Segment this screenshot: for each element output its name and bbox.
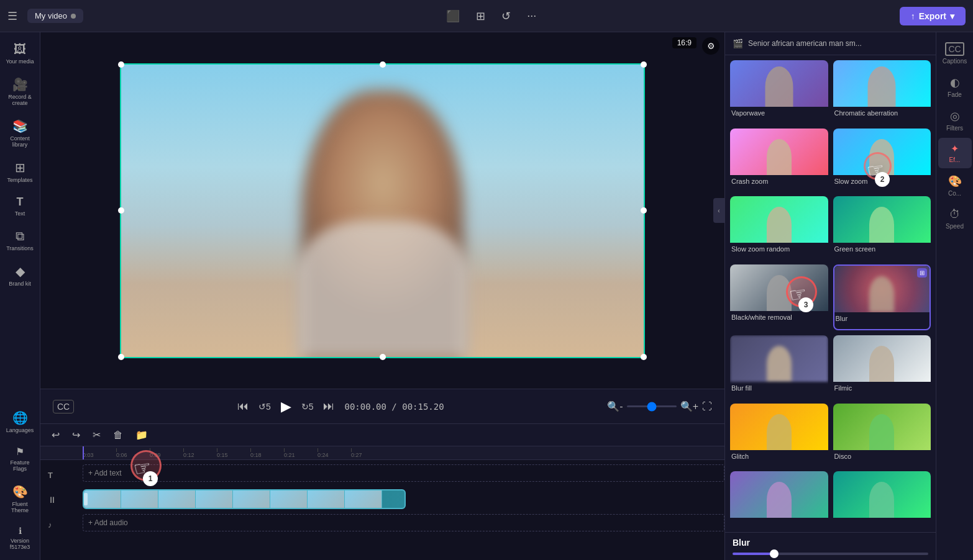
sidebar-item-templates[interactable]: ⊞ Templates (2, 155, 38, 188)
person-silhouette (765, 66, 793, 107)
glitch-thumb (730, 404, 828, 450)
skip-back-button[interactable]: ⏮ (237, 400, 249, 413)
project-title[interactable]: My video (27, 9, 83, 23)
panel-collapse-button[interactable]: ‹ (713, 198, 724, 223)
effect-glitch[interactable]: Glitch (730, 404, 828, 467)
handle-bottom-left[interactable] (118, 354, 124, 360)
handle-top-left[interactable] (118, 61, 124, 68)
filmic-label: Filmic (833, 382, 931, 394)
video-track-content[interactable] (83, 489, 724, 510)
ruler-mark: 0:15 (217, 448, 250, 458)
strip-captions[interactable]: CC Captions (938, 37, 972, 70)
handle-top[interactable] (380, 61, 386, 68)
effect-crash-zoom[interactable]: Crash zoom (730, 129, 828, 192)
sidebar-item-features[interactable]: ⚑ Feature Flags (2, 441, 38, 477)
sidebar-label-media: Your media (6, 58, 34, 65)
captions-toggle[interactable]: CC (53, 400, 74, 413)
effect-slow-zoom[interactable]: Slow zoom (833, 129, 931, 192)
time-display: 00:00.00 / 00:15.20 (344, 402, 444, 412)
back5-button[interactable]: ↺5 (258, 402, 271, 412)
more-tools[interactable]: ··· (522, 7, 541, 25)
handle-top-right[interactable] (641, 61, 647, 68)
redo-button[interactable]: ↪ (68, 428, 84, 442)
sidebar-label-templates: Templates (7, 177, 32, 183)
person-silhouette (767, 414, 792, 450)
strip-speed[interactable]: ⏱ Speed (938, 203, 972, 235)
export-icon: ↑ (911, 11, 915, 21)
clip-handle-right[interactable] (84, 493, 88, 505)
video-icon: 🎬 (733, 38, 743, 48)
sidebar-item-text[interactable]: T Text (2, 191, 38, 222)
export-button[interactable]: ↑ Export ▾ (900, 7, 966, 25)
zoom-out-button[interactable]: 🔍- (607, 400, 623, 412)
sidebar-item-languages[interactable]: 🌐 Languages (2, 405, 38, 438)
handle-right[interactable] (641, 207, 647, 214)
captions-strip-label: Captions (943, 58, 967, 65)
sidebar-item-transitions[interactable]: ⧉ Transitions (2, 224, 38, 256)
strip-color[interactable]: 🎨 Co... (938, 169, 972, 202)
slow-zoom-thumb (833, 129, 931, 175)
effect-vaporwave[interactable]: Vaporwave (730, 60, 828, 124)
undo-tool[interactable]: ↺ (496, 7, 516, 25)
forward5-button[interactable]: ↻5 (301, 402, 314, 412)
add-audio-button[interactable]: + Add audio (83, 514, 724, 531)
features-icon: ⚑ (16, 446, 24, 458)
panel-title: Senior african american man sm... (748, 39, 928, 48)
effect-chromatic[interactable]: Chromatic aberration (833, 60, 931, 124)
person-silhouette (869, 414, 894, 450)
languages-icon: 🌐 (12, 410, 28, 425)
cut-button[interactable]: ✂ (89, 428, 104, 442)
resize-tool[interactable]: ⊞ (471, 7, 490, 25)
blur-intensity-slider[interactable] (733, 553, 928, 555)
sidebar-item-media[interactable]: 🖼 Your media (2, 37, 38, 70)
handle-bottom[interactable] (380, 354, 386, 360)
timeline-tracks: T + Add text ⏸ (40, 460, 724, 560)
sidebar-item-version[interactable]: ℹ Version f5173e3 (2, 521, 38, 555)
filmic-thumb (833, 335, 931, 382)
slow-zoom-label: Slow zoom (833, 175, 931, 187)
ruler-marks: 0:03 0:06 0:09 0:12 0:15 0:18 0:21 0:24 … (83, 448, 385, 458)
add-text-button[interactable]: + Add text (83, 464, 724, 482)
handle-bottom-right[interactable] (641, 354, 647, 360)
person-silhouette (767, 275, 792, 311)
strip-fade[interactable]: ◐ Fade (938, 71, 972, 103)
fullscreen-button[interactable]: ⛶ (702, 401, 712, 412)
chromatic-thumb (833, 60, 931, 107)
effect-disco[interactable]: Disco (833, 404, 931, 467)
playhead[interactable] (83, 446, 84, 459)
sidebar-item-brand[interactable]: ◆ Brand kit (2, 259, 38, 292)
save-clip-button[interactable]: 📁 (132, 428, 152, 442)
skip-forward-button[interactable]: ⏭ (323, 400, 334, 413)
effect-filmic[interactable]: Filmic (833, 335, 931, 399)
sidebar-item-content[interactable]: 📚 Content library (2, 114, 38, 153)
sidebar-item-theme[interactable]: 🎨 Fluent Theme (2, 479, 38, 518)
timeline-ruler: 0:03 0:06 0:09 0:12 0:15 0:18 0:21 0:24 … (40, 446, 724, 460)
cc-icon: CC (57, 402, 70, 412)
effect-bw-removal[interactable]: Black/white removal (730, 264, 828, 330)
strip-effects[interactable]: ✦ Ef... (938, 138, 972, 168)
transitions-icon: ⧉ (16, 229, 24, 243)
zoom-in-button[interactable]: 🔍+ (680, 400, 698, 412)
strip-filters[interactable]: ◎ Filters (938, 104, 972, 137)
effect-green-screen[interactable]: Green screen (833, 196, 931, 260)
crop-tool[interactable]: ⬛ (441, 7, 465, 25)
ruler-mark: 0:09 (150, 448, 183, 458)
glitch-label: Glitch (730, 450, 828, 463)
handle-left[interactable] (118, 207, 124, 214)
video-clip[interactable] (83, 489, 406, 509)
undo-button[interactable]: ↩ (48, 428, 63, 442)
effect-slow-zoom-random[interactable]: Slow zoom random (730, 196, 828, 260)
aspect-ratio-badge[interactable]: 16:9 (672, 37, 697, 48)
sidebar-item-record[interactable]: 🎥 Record & create (2, 72, 38, 111)
effect-extra2[interactable] (833, 471, 931, 527)
video-thumbnail (233, 490, 270, 508)
play-button[interactable]: ▶ (281, 399, 291, 415)
effect-blur[interactable]: ⊞ Blur (833, 264, 931, 330)
zoom-slider[interactable] (627, 405, 677, 407)
panel-header: 🎬 Senior african american man sm... (725, 32, 936, 55)
menu-icon[interactable]: ☰ (7, 9, 17, 23)
canvas-settings[interactable]: ⚙ (702, 37, 719, 55)
effect-blur-fill[interactable]: Blur fill (730, 335, 828, 399)
effect-extra1[interactable] (730, 471, 828, 527)
delete-button[interactable]: 🗑 (109, 428, 127, 442)
